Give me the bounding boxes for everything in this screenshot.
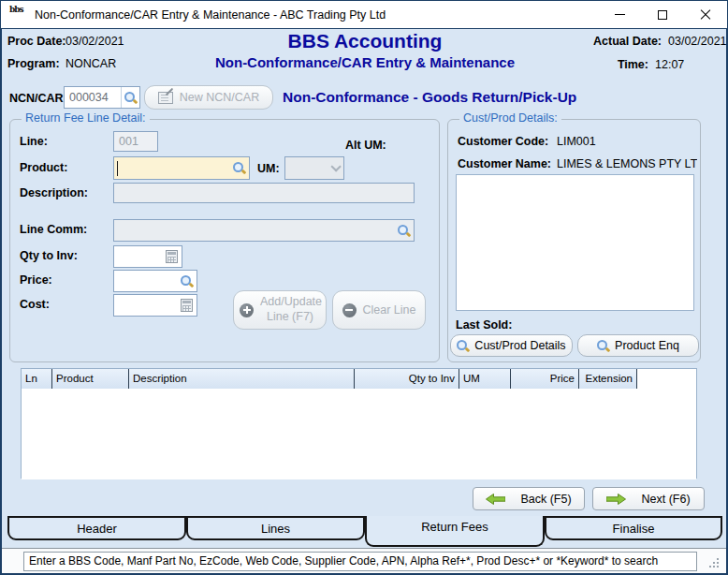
mode-title: Non-Conformance - Goods Return/Pick-Up <box>283 89 576 106</box>
line-label: Line: <box>20 135 48 148</box>
cust-prod-details-panel <box>456 174 694 311</box>
cust-prod-details-button-label: Cust/Prod Details <box>474 339 565 352</box>
product-enq-button[interactable]: Product Enq <box>577 334 699 357</box>
tab-finalise-label: Finalise <box>613 522 655 538</box>
plus-circle-icon <box>240 303 254 317</box>
column-header-extension[interactable]: Extension <box>579 369 637 389</box>
bbs-logo-icon: bbs <box>9 6 28 24</box>
new-ncn-car-button[interactable]: New NCN/CAR <box>144 85 273 110</box>
column-header-um[interactable]: UM <box>459 369 511 389</box>
arrow-right-icon <box>606 494 626 505</box>
price-input[interactable] <box>113 270 197 292</box>
clear-line-label: Clear Line <box>363 303 416 317</box>
back-button[interactable]: Back (F5) <box>473 487 585 510</box>
table-body[interactable] <box>22 389 696 479</box>
price-label: Price: <box>20 273 52 287</box>
title-bar: bbs Non-Conformance/CAR Entry & Maintena… <box>1 1 727 29</box>
add-update-line-label: Add/Update Line (F7) <box>260 295 320 324</box>
product-input[interactable] <box>113 156 250 180</box>
maximize-icon <box>658 10 667 20</box>
new-ncn-car-label: New NCN/CAR <box>180 91 259 104</box>
column-header-product[interactable]: Product <box>52 369 129 389</box>
search-icon <box>597 340 609 352</box>
app-title: BBS Accounting <box>159 30 571 52</box>
minimize-button[interactable] <box>598 1 641 28</box>
chevron-down-icon <box>330 161 341 171</box>
ncn-car-input[interactable]: 000034 <box>64 86 140 109</box>
ncn-car-label: NCN/CAR: <box>9 92 67 105</box>
app-window: bbs Non-Conformance/CAR Entry & Maintena… <box>0 0 728 575</box>
line-comm-input[interactable] <box>113 219 415 242</box>
tab-lines[interactable]: Lines <box>186 516 365 540</box>
return-fees-table[interactable]: Ln Product Description Qty to Inv UM Pri… <box>21 368 697 479</box>
search-icon <box>457 340 469 352</box>
next-button-label: Next (F6) <box>641 493 690 506</box>
arrow-left-icon <box>486 494 505 505</box>
tab-header-label: Header <box>77 522 117 538</box>
column-header-filler <box>637 369 696 389</box>
column-header-qty-to-inv[interactable]: Qty to Inv <box>355 369 459 389</box>
back-button-label: Back (F5) <box>520 493 571 506</box>
cust-prod-details-button[interactable]: Cust/Prod Details <box>450 334 573 357</box>
proc-date-label: Proc Date: <box>7 35 66 48</box>
screen-title: Non-Conformance/CAR Entry & Maintenance <box>159 54 571 70</box>
actual-date-value: 03/02/2021 <box>668 35 727 48</box>
new-record-icon <box>158 92 173 104</box>
product-search-icon[interactable] <box>233 162 245 174</box>
window-controls <box>598 1 727 28</box>
search-icon <box>124 92 137 104</box>
return-fee-legend: Return Fee Line Detail: <box>22 111 150 125</box>
um-select[interactable] <box>284 156 344 180</box>
customer-code-value: LIM001 <box>557 135 596 148</box>
tab-lines-label: Lines <box>261 522 290 538</box>
last-sold-label: Last Sold: <box>456 318 512 332</box>
minimize-icon <box>615 14 625 15</box>
product-enq-button-label: Product Enq <box>615 339 679 352</box>
program-label: Program: <box>7 57 60 70</box>
tab-header[interactable]: Header <box>7 516 186 540</box>
customer-name-value: LIMES & LEMONS PTY LTD <box>557 157 697 170</box>
return-fee-group: Return Fee Line Detail: Line: 001 Alt UM… <box>9 119 440 362</box>
time-value: 12:07 <box>655 58 684 71</box>
resize-grip[interactable] <box>707 556 721 569</box>
line-value: 001 <box>119 135 138 148</box>
table-header-row: Ln Product Description Qty to Inv UM Pri… <box>22 369 696 389</box>
description-label: Description: <box>20 186 88 199</box>
ncn-search-button[interactable] <box>121 87 139 108</box>
next-button[interactable]: Next (F6) <box>592 487 705 510</box>
cust-prod-legend: Cust/Prod Details: <box>459 111 561 125</box>
tab-return-fees[interactable]: Return Fees <box>365 516 545 547</box>
actual-date-label: Actual Date: <box>577 35 662 48</box>
cost-input[interactable] <box>113 294 197 317</box>
status-message: Enter a BBS Code, Manf Part No, EzCode, … <box>23 552 697 571</box>
qty-to-inv-input[interactable] <box>113 245 182 268</box>
add-update-line-button[interactable]: Add/Update Line (F7) <box>233 290 327 330</box>
clear-line-button[interactable]: Clear Line <box>332 290 426 330</box>
close-icon <box>700 9 711 21</box>
cost-label: Cost: <box>20 298 50 311</box>
window-title: Non-Conformance/CAR Entry & Maintenance … <box>35 8 386 22</box>
text-cursor <box>117 161 118 176</box>
column-header-ln[interactable]: Ln <box>22 369 52 389</box>
line-input: 001 <box>113 131 158 152</box>
line-comm-search-icon[interactable] <box>398 225 410 237</box>
calculator-icon[interactable] <box>181 299 193 312</box>
price-search-icon[interactable] <box>181 275 193 288</box>
ncn-car-value: 000034 <box>69 91 109 104</box>
qty-to-inv-label: Qty to Inv: <box>20 249 78 262</box>
program-value: NONCAR <box>66 57 116 70</box>
tab-finalise[interactable]: Finalise <box>545 516 722 540</box>
minus-circle-icon <box>342 303 357 317</box>
cust-prod-group: Cust/Prod Details: Customer Code: LIM001… <box>447 119 701 362</box>
time-label: Time: <box>577 58 648 71</box>
column-header-price[interactable]: Price <box>511 369 579 389</box>
calculator-icon[interactable] <box>166 250 178 263</box>
product-label: Product: <box>20 161 67 174</box>
proc-date-value: 03/02/2021 <box>66 35 124 48</box>
column-header-description[interactable]: Description <box>129 369 355 389</box>
status-bar: Enter a BBS Code, Manf Part No, EzCode, … <box>2 548 726 573</box>
close-button[interactable] <box>684 1 727 28</box>
um-label: UM: <box>257 162 280 175</box>
header-titles: BBS Accounting Non-Conformance/CAR Entry… <box>159 30 571 70</box>
maximize-button[interactable] <box>641 1 684 28</box>
